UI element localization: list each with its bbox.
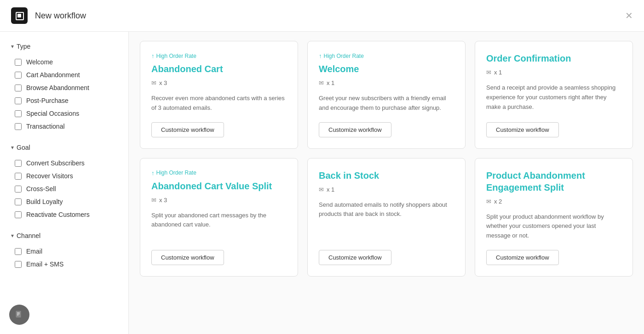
email-icon: ✉ [151,197,156,204]
filter-checkbox[interactable] [15,160,22,167]
card-description: Send automated emails to notify shoppers… [319,200,454,241]
card-badge: ↑ High Order Rate [151,52,287,59]
page-title: New workflow [35,11,86,21]
main-layout: ▾TypeWelcomeCart AbandonmentBrowse Aband… [0,32,644,334]
filter-item[interactable]: Build Loyalty [0,195,128,208]
filter-item[interactable]: Email [0,245,128,258]
card-meta: ✉ x 1 [319,79,454,86]
email-icon: ✉ [319,186,324,193]
filter-checkbox[interactable] [15,173,22,180]
filter-checkbox[interactable] [15,110,22,117]
filter-section-header[interactable]: ▾Channel [0,230,128,241]
filter-item[interactable]: Reactivate Customers [0,208,128,221]
filter-item-label: Post-Purchase [26,97,69,104]
filter-checkbox[interactable] [15,186,22,192]
card-description: Send a receipt and provide a seamless sh… [486,83,621,113]
card-title: Abandoned Cart [151,63,287,75]
workflow-card: Order Confirmation ✉ x 1 Send a receipt … [475,41,633,149]
card-count: x 1 [494,69,502,76]
filter-item[interactable]: Recover Visitors [0,170,128,182]
card-title: Order Confirmation [486,52,621,64]
customize-workflow-button[interactable]: Customize workflow [319,250,391,265]
section-label: Channel [17,232,40,239]
card-meta: ✉ x 3 [151,79,287,86]
card-title: Welcome [319,63,454,75]
card-description: Greet your new subscribers with a friend… [319,94,454,113]
filter-section-channel: ▾ChannelEmailEmail + SMS [0,230,128,271]
badge-label: High Order Rate [324,53,364,59]
workflow-card: Product Abandonment Engagement Split ✉ x… [475,158,633,277]
filter-section-header[interactable]: ▾Type [0,41,128,52]
filter-item-label: Reactivate Customers [26,211,90,218]
filter-item[interactable]: Special Occasions [0,107,128,120]
filter-item-label: Special Occasions [26,110,79,117]
email-icon: ✉ [486,198,491,205]
filter-checkbox[interactable] [15,198,22,205]
document-icon [15,310,24,319]
card-description: Recover even more abandoned carts with a… [151,94,287,113]
card-meta: ✉ x 2 [486,198,621,205]
customize-workflow-button[interactable]: Customize workflow [486,122,559,137]
section-label: Type [17,43,30,50]
filter-checkbox[interactable] [15,248,22,255]
card-description: Split your product abandonment workflow … [486,212,621,241]
logo [11,7,28,24]
card-meta: ✉ x 1 [486,69,621,76]
customize-workflow-button[interactable]: Customize workflow [486,250,559,265]
filter-section-header[interactable]: ▾Goal [0,142,128,153]
email-icon: ✉ [319,79,324,86]
arrow-up-icon: ↑ [151,170,155,176]
email-icon: ✉ [486,69,491,76]
filter-item-label: Recover Visitors [26,172,73,180]
filter-item-label: Transactional [26,123,65,130]
filter-item-label: Browse Abandonment [26,84,89,91]
filter-item[interactable]: Welcome [0,56,128,68]
filter-item-label: Build Loyalty [26,198,63,205]
filter-checkbox[interactable] [15,85,22,91]
customize-workflow-button[interactable]: Customize workflow [151,122,224,137]
card-count: x 3 [159,197,167,204]
card-description: Split your abandoned cart messages by th… [151,211,287,241]
filter-item[interactable]: Transactional [0,120,128,133]
filter-section-type: ▾TypeWelcomeCart AbandonmentBrowse Aband… [0,41,128,133]
filter-item[interactable]: Browse Abandonment [0,81,128,94]
filter-item[interactable]: Cross-Sell [0,182,128,195]
section-label: Goal [17,144,30,151]
card-count: x 2 [494,198,502,205]
workflow-card: ↑ High Order Rate Abandoned Cart ✉ x 3 R… [140,41,298,149]
workflow-card: ↑ High Order Rate Welcome ✉ x 1 Greet yo… [307,41,466,149]
filter-item[interactable]: Cart Abandonment [0,68,128,81]
filter-item[interactable]: Post-Purchase [0,94,128,107]
email-icon: ✉ [151,79,156,86]
filter-checkbox[interactable] [15,123,22,130]
cards-grid: ↑ High Order Rate Abandoned Cart ✉ x 3 R… [140,41,633,277]
chevron-down-icon: ▾ [11,144,14,151]
filter-item-label: Cart Abandonment [26,71,80,79]
chevron-down-icon: ▾ [11,43,14,50]
filter-checkbox[interactable] [15,59,22,66]
help-button[interactable] [9,305,29,325]
card-title: Abandoned Cart Value Split [151,180,287,192]
filter-item[interactable]: Email + SMS [0,258,128,271]
badge-label: High Order Rate [156,53,196,59]
filter-checkbox[interactable] [15,72,22,79]
filter-item-label: Email + SMS [26,260,63,268]
content-area: ↑ High Order Rate Abandoned Cart ✉ x 3 R… [129,32,644,334]
card-badge: ↑ High Order Rate [319,52,454,59]
filter-item[interactable]: Convert Subscribers [0,157,128,170]
arrow-up-icon: ↑ [319,52,322,59]
filter-checkbox[interactable] [15,97,22,104]
filter-checkbox[interactable] [15,211,22,218]
filter-checkbox[interactable] [15,261,22,268]
workflow-card: ↑ High Order Rate Abandoned Cart Value S… [140,158,298,277]
filter-item-label: Welcome [26,58,53,66]
card-count: x 1 [327,186,334,193]
customize-workflow-button[interactable]: Customize workflow [151,250,224,265]
filter-item-label: Convert Subscribers [26,159,85,167]
filter-section-goal: ▾GoalConvert SubscribersRecover Visitors… [0,142,128,221]
close-button[interactable]: ✕ [625,11,633,20]
card-count: x 1 [327,79,334,86]
customize-workflow-button[interactable]: Customize workflow [319,122,391,137]
workflow-card: Back in Stock ✉ x 1 Send automated email… [307,158,466,277]
card-badge: ↑ High Order Rate [151,170,287,176]
